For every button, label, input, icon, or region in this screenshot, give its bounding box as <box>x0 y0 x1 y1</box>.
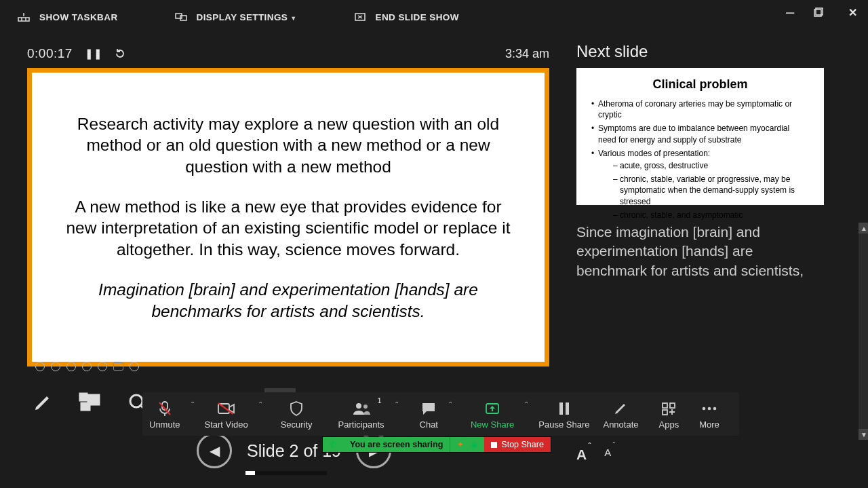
list-item: Various modes of presentation: acute, gr… <box>591 148 809 221</box>
stop-icon <box>491 442 497 448</box>
apps-icon <box>660 400 677 417</box>
current-slide[interactable]: Research activity may explore a new ques… <box>32 73 545 362</box>
slide-progress-bar[interactable] <box>245 471 327 475</box>
slide-paragraph-3: Imagination [brain] and experimentation … <box>59 279 517 322</box>
svg-rect-33 <box>559 402 563 415</box>
current-slide-frame: Research activity may explore a new ques… <box>27 68 549 367</box>
svg-rect-11 <box>80 394 87 400</box>
reset-timer-button[interactable] <box>115 48 125 59</box>
timer-row: 0:00:17 ❚❚ 3:34 am <box>27 39 576 68</box>
annotate-button[interactable]: Annotate <box>596 392 645 436</box>
display-settings-label: DISPLAY SETTINGS <box>197 12 297 22</box>
svg-point-40 <box>713 407 717 411</box>
display-settings-button[interactable]: DISPLAY SETTINGS <box>165 7 307 26</box>
svg-line-29 <box>218 403 233 414</box>
minimize-button[interactable]: – <box>783 10 797 14</box>
shield-icon <box>289 400 304 417</box>
overlay-icon[interactable] <box>98 362 107 371</box>
chat-label: Chat <box>420 419 438 430</box>
window-controls: – ✕ <box>783 0 860 24</box>
overlay-icon[interactable] <box>35 362 45 371</box>
scroll-up-button[interactable]: ▲ <box>859 223 868 233</box>
more-label: More <box>699 419 719 430</box>
slide-paragraph-2: A new method is like a new eye that prov… <box>59 196 517 260</box>
svg-point-39 <box>708 407 711 411</box>
more-icon <box>701 400 718 417</box>
video-caret[interactable]: ⌃ <box>255 400 266 408</box>
pause-icon <box>558 400 570 417</box>
decrease-font-button[interactable]: A <box>604 447 611 463</box>
unmute-caret[interactable]: ⌃ <box>187 400 198 408</box>
pause-timer-button[interactable]: ❚❚ <box>85 48 102 60</box>
share-caret[interactable]: ⌃ <box>521 400 532 408</box>
display-settings-icon <box>175 12 187 22</box>
end-show-label: END SLIDE SHOW <box>376 12 459 22</box>
list-item: acute, gross, destructive <box>613 160 809 171</box>
prev-slide-button[interactable]: ◀ <box>197 433 232 468</box>
security-button[interactable]: Security <box>274 392 319 436</box>
apps-label: Apps <box>659 419 679 430</box>
pen-tool-button[interactable] <box>27 388 58 417</box>
overlay-icon[interactable] <box>82 362 92 371</box>
end-slide-show-button[interactable]: END SLIDE SHOW <box>344 7 469 26</box>
microphone-muted-icon <box>157 400 172 417</box>
pencil-icon <box>613 400 628 417</box>
list-item: Symptoms are due to imbalance between my… <box>591 123 809 145</box>
subtitle-icon[interactable] <box>113 362 123 371</box>
scroll-down-button[interactable]: ▼ <box>859 429 868 440</box>
mic-muted-mini-icon: ✦ <box>457 440 464 449</box>
apps-button[interactable]: Apps <box>652 392 686 436</box>
share-status-extra: ✦ ◉ <box>450 437 484 452</box>
participants-button[interactable]: 1 Participants <box>332 392 391 436</box>
security-label: Security <box>281 419 313 430</box>
stop-share-button[interactable]: Stop Share <box>484 437 551 452</box>
chat-icon <box>420 400 437 417</box>
start-video-button[interactable]: Start Video <box>198 392 255 436</box>
next-slide-header: Next slide <box>576 39 861 68</box>
more-button[interactable]: More <box>692 392 726 436</box>
speaker-notes-text: Since imagination [brain] and experiment… <box>576 224 804 278</box>
font-size-controls: A A <box>576 447 611 463</box>
svg-rect-36 <box>670 403 675 408</box>
restore-button[interactable] <box>814 7 829 17</box>
svg-rect-13 <box>81 403 90 410</box>
unmute-label: Unmute <box>149 419 180 430</box>
overlay-icon[interactable] <box>130 362 139 371</box>
share-status-text: You are screen sharing <box>350 440 443 449</box>
participants-count: 1 <box>377 396 381 405</box>
overlay-icon[interactable] <box>66 362 76 371</box>
show-taskbar-button[interactable]: SHOW TASKBAR <box>8 7 127 26</box>
see-all-slides-button[interactable] <box>75 388 106 417</box>
screen-share-strip: ✆ You are screen sharing ✦ ◉ Stop Share <box>323 437 551 452</box>
svg-point-31 <box>363 405 368 409</box>
chat-caret[interactable]: ⌃ <box>445 400 456 408</box>
chat-button[interactable]: Chat <box>413 392 445 436</box>
notes-scrollbar[interactable]: ▲ ▼ <box>859 223 868 440</box>
people-icon <box>352 400 371 417</box>
stop-share-label: Stop Share <box>501 440 544 449</box>
end-show-icon <box>354 12 366 22</box>
slide-overlay-icons <box>35 360 139 373</box>
next-slide-title: Clinical problem <box>591 77 809 92</box>
overlay-icon[interactable] <box>51 362 60 371</box>
slide-paragraph-1: Research activity may explore a new ques… <box>59 113 517 177</box>
unmute-button[interactable]: Unmute <box>142 392 187 436</box>
increase-font-button[interactable]: A <box>576 447 587 463</box>
phone-icon: ✆ <box>330 440 336 449</box>
elapsed-time: 0:00:17 <box>27 46 73 61</box>
participants-caret[interactable]: ⌃ <box>391 400 402 408</box>
video-off-icon <box>217 400 236 417</box>
participants-label: Participants <box>338 419 384 430</box>
share-screen-icon <box>485 400 500 417</box>
svg-rect-37 <box>663 410 667 415</box>
annotate-label: Annotate <box>603 419 638 430</box>
share-status: You are screen sharing <box>343 437 450 452</box>
svg-point-30 <box>356 403 361 409</box>
show-taskbar-label: SHOW TASKBAR <box>39 12 118 22</box>
new-share-button[interactable]: New Share <box>464 392 521 436</box>
next-slide-preview[interactable]: Clinical problem Atheroma of coronary ar… <box>576 68 824 205</box>
pause-share-button[interactable]: Pause Share <box>532 392 596 436</box>
svg-point-38 <box>703 407 706 411</box>
close-button[interactable]: ✕ <box>845 6 860 19</box>
current-time: 3:34 am <box>505 47 549 61</box>
